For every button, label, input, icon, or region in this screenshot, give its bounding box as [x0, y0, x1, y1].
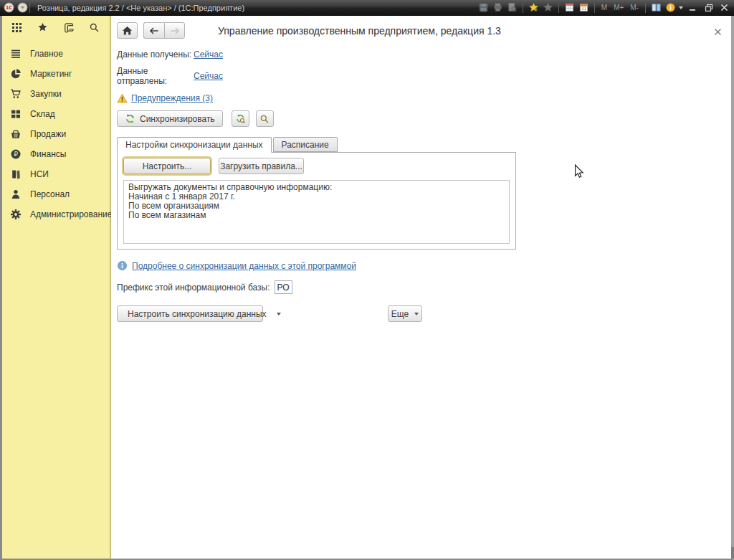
- sidebar-item-purchases[interactable]: Закупки: [2, 84, 110, 104]
- form-header: Управление производственным предприятием…: [117, 22, 724, 39]
- dropdown-caret-icon: [277, 313, 281, 315]
- load-rules-button[interactable]: Загрузить правила...: [219, 158, 304, 174]
- print-preview-icon[interactable]: [507, 2, 518, 13]
- memory-minus-button[interactable]: M-: [629, 4, 640, 11]
- sections-menu: Главное Маркетинг Закупки: [2, 44, 110, 224]
- history-icon[interactable]: [63, 22, 74, 33]
- tab-label: Настройки синхронизации данных: [125, 140, 263, 150]
- close-form-icon: [714, 28, 722, 36]
- settings-tabs: Настройки синхронизации данных Расписани…: [117, 137, 731, 152]
- sync-arrows-icon: [125, 113, 135, 124]
- titlebar-separator: [594, 3, 595, 13]
- titlebar-separator: [29, 3, 30, 13]
- setup-sync-button-label: Настроить синхронизацию данных: [128, 309, 267, 319]
- sync-details-link[interactable]: Подробнее о синхронизации данных с этой …: [132, 261, 356, 271]
- configure-button[interactable]: Настроить...: [123, 158, 211, 174]
- memory-plus-button[interactable]: M+: [612, 4, 625, 11]
- app-1c-icon[interactable]: 1С: [4, 2, 14, 13]
- setup-sync-button[interactable]: Настроить синхронизацию данных: [117, 305, 263, 322]
- data-received-link[interactable]: Сейчас: [194, 49, 223, 60]
- close-form-button[interactable]: [714, 26, 724, 36]
- sidebar-toolbar: [2, 16, 110, 37]
- home-icon: [122, 26, 133, 36]
- sync-toolbar: Синхронизировать: [117, 110, 731, 127]
- gear-icon: [10, 209, 22, 220]
- window-body: Главное Маркетинг Закупки: [0, 16, 734, 560]
- sidebar-item-sales[interactable]: Продажи: [2, 124, 110, 144]
- close-window-button[interactable]: [718, 2, 730, 13]
- magnifier-icon: [259, 114, 270, 124]
- restore-button[interactable]: [702, 2, 715, 13]
- data-sent-link[interactable]: Сейчас: [194, 71, 223, 81]
- load-rules-button-label: Загрузить правила...: [220, 161, 302, 171]
- restore-icon: [705, 4, 713, 12]
- minimize-icon: [689, 4, 697, 11]
- split-window-icon[interactable]: [651, 2, 662, 13]
- tab-sync-settings[interactable]: Настройки синхронизации данных: [117, 137, 272, 153]
- sections-sidebar: Главное Маркетинг Закупки: [2, 16, 111, 559]
- back-button[interactable]: [143, 22, 164, 39]
- search-icon[interactable]: [89, 22, 100, 33]
- sync-description-box[interactable]: Выгружать документы и справочную информа…: [123, 180, 510, 244]
- titlebar-separator: [558, 3, 559, 13]
- sidebar-item-main[interactable]: Главное: [2, 44, 110, 64]
- prefix-input[interactable]: [275, 280, 292, 294]
- system-menu-icon[interactable]: [17, 2, 28, 13]
- basket-icon: [10, 128, 22, 140]
- sync-details-button[interactable]: [232, 110, 249, 127]
- prefix-label: Префикс этой информационной базы:: [117, 283, 270, 293]
- forward-button[interactable]: [164, 22, 185, 39]
- main-area: Управление производственным предприятием…: [111, 16, 731, 559]
- info-circle-icon: [117, 260, 128, 271]
- add-favorite-icon[interactable]: [528, 2, 539, 13]
- sidebar-item-administration[interactable]: Администрирование: [2, 204, 110, 224]
- sidebar-item-nsi[interactable]: НСИ: [2, 164, 110, 184]
- sidebar-item-personnel[interactable]: Персонал: [2, 184, 110, 204]
- data-sent-label: Данные отправлены:: [117, 66, 194, 86]
- info-caret-icon: [679, 6, 683, 9]
- data-received-row: Данные получены: Сейчас: [117, 49, 731, 60]
- application-window: 1С Розница, редакция 2.2 / <Не указан> /…: [0, 0, 734, 560]
- tab-label: Расписание: [282, 140, 329, 150]
- configure-button-label: Настроить...: [143, 161, 192, 171]
- more-button-label: Еще: [391, 309, 409, 319]
- sidebar-item-label: Маркетинг: [30, 69, 72, 79]
- sync-description-line: По всем магазинам: [128, 211, 505, 220]
- memory-recall-button[interactable]: M: [600, 4, 609, 11]
- calendar-icon[interactable]: 31: [578, 2, 589, 13]
- find-button[interactable]: [256, 110, 274, 127]
- sidebar-item-label: Персонал: [30, 189, 70, 199]
- favorites-star-icon[interactable]: [37, 22, 48, 33]
- warnings-row: Предупреждения (3): [117, 93, 731, 103]
- minimize-button[interactable]: [687, 2, 699, 13]
- favorites-icon[interactable]: [543, 2, 553, 13]
- sidebar-item-warehouse[interactable]: Склад: [2, 104, 110, 124]
- bottom-buttons-row: Настроить синхронизацию данных Еще: [117, 305, 731, 322]
- details-row: Подробнее о синхронизации данных с этой …: [117, 260, 731, 271]
- synchronize-button[interactable]: Синхронизировать: [117, 110, 223, 127]
- calculator-icon[interactable]: [564, 2, 575, 13]
- warning-icon: [117, 93, 128, 103]
- warnings-link[interactable]: Предупреждения (3): [131, 93, 213, 103]
- ruble-circle-icon: ₽: [10, 148, 22, 160]
- info-menu[interactable]: [665, 2, 683, 13]
- svg-text:31: 31: [581, 6, 586, 11]
- warehouse-boxes-icon: [10, 108, 22, 120]
- navigation-buttons: [143, 22, 185, 39]
- more-button[interactable]: Еще: [388, 305, 422, 322]
- sidebar-item-finance[interactable]: ₽ Финансы: [2, 144, 110, 164]
- sidebar-item-label: НСИ: [30, 169, 49, 179]
- resize-grip[interactable]: [731, 547, 734, 559]
- data-received-label: Данные получены:: [117, 49, 194, 60]
- info-icon: [665, 2, 676, 13]
- window-titlebar: 1С Розница, редакция 2.2 / <Не указан> /…: [0, 0, 734, 16]
- sidebar-item-label: Главное: [30, 49, 63, 59]
- tab-schedule[interactable]: Расписание: [273, 137, 338, 152]
- pie-chart-icon: [10, 68, 22, 80]
- home-button[interactable]: [117, 22, 138, 39]
- sidebar-item-marketing[interactable]: Маркетинг: [2, 64, 110, 84]
- all-functions-grid-icon[interactable]: [11, 22, 22, 33]
- print-icon[interactable]: [492, 2, 503, 13]
- save-icon[interactable]: [478, 2, 489, 13]
- sidebar-item-label: Склад: [30, 109, 55, 119]
